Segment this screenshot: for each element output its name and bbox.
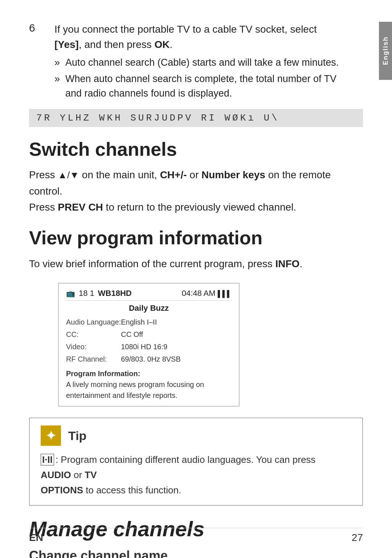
switch-channels-heading: Switch channels <box>29 138 363 160</box>
tip-content: I·II: Program containing different audio… <box>41 452 351 498</box>
prevch-label: PREV CH <box>58 201 103 213</box>
step-6-number: 6 <box>29 22 44 102</box>
audio-key-label: AUDIO <box>41 469 71 480</box>
numkeys-label: Number keys <box>201 169 265 180</box>
arrows-icon: ▲/▼ <box>58 170 79 180</box>
tv-detail-label-2: Video: <box>66 341 121 353</box>
tv-channel: 18 1 <box>79 289 94 298</box>
tip-container: ✦ Tip I·II: Program containing different… <box>29 418 363 506</box>
view-program-text: To view brief information of the current… <box>29 256 363 272</box>
step-6-bullets: Auto channel search (Cable) starts and w… <box>54 55 345 101</box>
tv-station: WB18HD <box>98 289 132 298</box>
tip-label: Tip <box>68 429 86 443</box>
step-6-text: If you connect the portable TV to a cabl… <box>54 22 345 52</box>
tv-info-header: 📺 18 1 WB18HD 04:48 AM ▌▌▌ <box>66 289 232 301</box>
program-info-text: A lively morning news program focusing o… <box>66 380 204 399</box>
tv-key-label: TV <box>85 469 97 480</box>
scroll-strip: 7R YLHZ WKH SURJUDPV RI WØKı U\ <box>29 109 363 127</box>
tv-icon: 📺 <box>66 289 75 298</box>
star-symbol: ✦ <box>46 428 56 443</box>
program-info-label: Program Information: <box>66 370 140 378</box>
tv-detail-value-2: 1080i HD 16:9 <box>121 341 181 353</box>
step-6-block: 6 If you connect the portable TV to a ca… <box>29 22 363 102</box>
ii-symbol: I·II <box>41 454 54 465</box>
tv-details: Audio Language: CC: Video: RF Channel: E… <box>66 316 232 365</box>
bullet-2: When auto channel search is complete, th… <box>54 72 345 101</box>
info-key-label: INFO <box>275 258 300 269</box>
tip-header: ✦ Tip <box>41 425 351 446</box>
footer: EN 27 <box>29 528 363 543</box>
view-program-heading: View program information <box>29 227 363 249</box>
tv-info-box: 📺 18 1 WB18HD 04:48 AM ▌▌▌ Daily Buzz Au… <box>58 283 240 407</box>
tv-program-info: Program Information: A lively morning ne… <box>66 368 232 401</box>
tv-time: 04:48 AM <box>182 289 216 298</box>
change-channel-name-heading: Change channel name <box>29 548 363 558</box>
bullet-1: Auto channel search (Cable) starts and w… <box>54 55 345 70</box>
page-container: 6 If you connect the portable TV to a ca… <box>0 0 392 558</box>
tv-detail-label-3: RF Channel: <box>66 353 121 365</box>
tv-signal-icon: ▌▌▌ <box>218 290 232 297</box>
switch-channels-text: Press ▲/▼ on the main unit, CH+/- or Num… <box>29 167 363 216</box>
footer-en-label: EN <box>29 532 43 543</box>
tv-detail-label-1: CC: <box>66 328 121 341</box>
tv-detail-value-0: English I–II <box>121 316 181 328</box>
tv-header-left: 📺 18 1 WB18HD <box>66 289 132 298</box>
tv-program-title: Daily Buzz <box>66 304 232 313</box>
footer-page-number: 27 <box>352 532 363 543</box>
tip-star-icon: ✦ <box>41 425 61 446</box>
options-key-label: OPTIONS <box>41 485 83 496</box>
ch-key-label: CH+/- <box>160 169 187 180</box>
step-6-content: If you connect the portable TV to a cabl… <box>54 22 345 102</box>
tv-details-values: English I–II CC Off 1080i HD 16:9 69/803… <box>121 316 181 365</box>
tv-header-right: 04:48 AM ▌▌▌ <box>182 289 232 298</box>
tv-detail-value-3: 69/803. 0Hz 8VSB <box>121 353 181 365</box>
tv-detail-label-0: Audio Language: <box>66 316 121 328</box>
tv-details-labels: Audio Language: CC: Video: RF Channel: <box>66 316 121 365</box>
tv-detail-value-1: CC Off <box>121 328 181 341</box>
